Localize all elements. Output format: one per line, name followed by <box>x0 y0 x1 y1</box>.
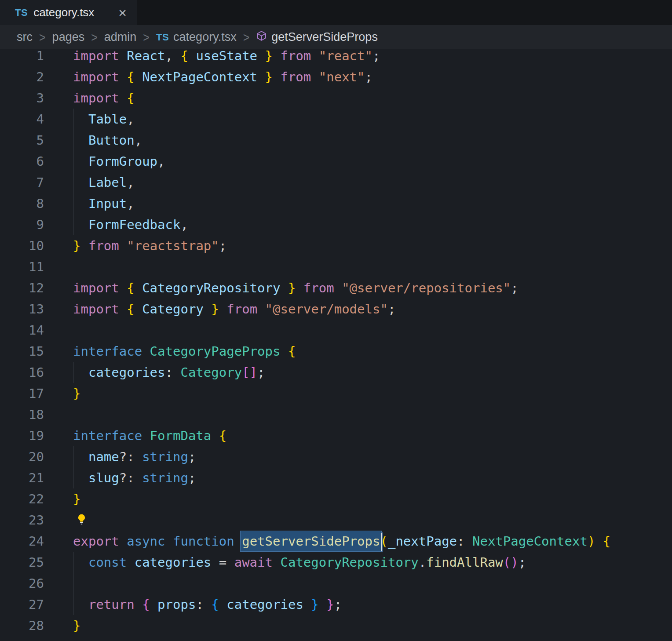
indent-guide <box>73 446 73 467</box>
chevron-right-icon: > <box>243 29 250 45</box>
line-number[interactable]: 22 <box>0 488 57 510</box>
code-token: Category <box>135 302 212 317</box>
line-number[interactable]: 17 <box>0 383 57 404</box>
code-line[interactable]: 23 <box>0 510 672 531</box>
code-token <box>73 597 88 612</box>
code-token: = <box>211 555 234 570</box>
breadcrumb-item-symbol[interactable]: getServerSideProps <box>256 30 378 44</box>
code-line[interactable]: 15interface CategoryPageProps { <box>0 341 672 362</box>
code-token: : <box>457 534 472 549</box>
line-number[interactable]: 10 <box>0 235 57 256</box>
code-line[interactable]: 17} <box>0 383 672 404</box>
breadcrumb-item-pages[interactable]: pages <box>52 30 85 44</box>
tab-category-tsx[interactable]: TS category.tsx × <box>0 0 137 25</box>
line-number[interactable]: 15 <box>0 341 57 362</box>
code-line[interactable]: 5 Button, <box>0 130 672 151</box>
code-token <box>80 238 88 253</box>
code-line[interactable]: 10} from "reactstrap"; <box>0 235 672 256</box>
code-line[interactable]: 3import { <box>0 87 672 109</box>
line-number[interactable]: 23 <box>0 510 57 531</box>
code-token: { <box>127 91 134 106</box>
code-line[interactable]: 9 FormFeedback, <box>0 214 672 235</box>
code-token: const <box>88 555 127 570</box>
code-token: ; <box>334 597 342 612</box>
code-token <box>119 69 127 84</box>
editor[interactable]: 1import React, { useState } from "react"… <box>0 49 672 641</box>
code-token: slug <box>73 470 119 485</box>
code-line[interactable]: 4 Table, <box>0 109 672 130</box>
code-line[interactable]: 1import React, { useState } from "react"… <box>0 49 672 66</box>
line-number[interactable]: 9 <box>0 214 57 235</box>
code-token: return <box>88 597 135 612</box>
code-line[interactable]: 6 FormGroup, <box>0 151 672 172</box>
code-line[interactable]: 13import { Category } from "@server/mode… <box>0 299 672 320</box>
line-number[interactable]: 20 <box>0 446 57 467</box>
code-token: Label <box>73 175 127 190</box>
line-number[interactable]: 5 <box>0 130 57 151</box>
code-line[interactable]: 20 name?: string; <box>0 446 672 467</box>
line-number[interactable]: 28 <box>0 615 57 636</box>
line-number[interactable]: 4 <box>0 109 57 130</box>
line-number[interactable]: 25 <box>0 552 57 573</box>
code-line[interactable]: 18 <box>0 404 672 425</box>
code-line[interactable]: 8 Input, <box>0 193 672 214</box>
code-token <box>135 597 142 612</box>
code-line[interactable]: 19interface FormData { <box>0 425 672 446</box>
line-number[interactable]: 19 <box>0 425 57 446</box>
code-token: "next" <box>319 69 365 84</box>
code-line[interactable]: 11 <box>0 256 672 277</box>
code-token: FormFeedback <box>73 217 180 232</box>
code-token: ; <box>373 49 380 63</box>
code-token: import <box>73 302 119 317</box>
code-line[interactable]: 12import { CategoryRepository } from "@s… <box>0 277 672 299</box>
code-line[interactable]: 26 <box>0 573 672 594</box>
code-line[interactable]: 28} <box>0 615 672 636</box>
code-line[interactable]: 24export async function getServerSidePro… <box>0 531 672 552</box>
code-line[interactable]: 25 const categories = await CategoryRepo… <box>0 552 672 573</box>
breadcrumb-file-label: category.tsx <box>173 30 237 44</box>
line-number[interactable]: 16 <box>0 362 57 383</box>
line-number[interactable]: 14 <box>0 320 57 341</box>
line-number[interactable]: 13 <box>0 299 57 320</box>
code-line[interactable]: 27 return { props: { categories } }; <box>0 594 672 615</box>
line-number[interactable]: 18 <box>0 404 57 425</box>
code-token: Category <box>180 365 242 380</box>
code-token: } <box>265 49 273 63</box>
lightbulb-icon[interactable] <box>76 510 88 532</box>
code-line[interactable]: 16 categories: Category[]; <box>0 362 672 383</box>
breadcrumb-item-admin[interactable]: admin <box>104 30 137 44</box>
code-token: { <box>288 344 296 359</box>
code-token: import <box>73 280 119 295</box>
code-token: export <box>73 534 119 549</box>
line-number[interactable]: 21 <box>0 467 57 488</box>
line-number[interactable]: 8 <box>0 193 57 214</box>
chevron-right-icon: > <box>39 29 46 45</box>
indent-guide <box>73 151 73 172</box>
close-icon[interactable]: × <box>117 6 128 20</box>
line-number[interactable]: 11 <box>0 256 57 277</box>
code-token: name <box>73 449 119 464</box>
code-token: NextPageContext <box>472 534 588 549</box>
code-token: ?: <box>119 470 142 485</box>
line-number[interactable]: 26 <box>0 573 57 594</box>
breadcrumb-item-file[interactable]: TS category.tsx <box>156 30 237 44</box>
line-number[interactable]: 1 <box>0 49 57 66</box>
line-number[interactable]: 24 <box>0 531 57 552</box>
line-number[interactable]: 7 <box>0 172 57 193</box>
line-number[interactable]: 6 <box>0 151 57 172</box>
line-number[interactable]: 3 <box>0 87 57 109</box>
line-number[interactable]: 2 <box>0 66 57 87</box>
breadcrumb-item-src[interactable]: src <box>17 30 33 44</box>
code-token: : <box>165 365 181 380</box>
code-line[interactable]: 22} <box>0 488 672 510</box>
code-line[interactable]: 21 slug?: string; <box>0 467 672 488</box>
line-number[interactable]: 12 <box>0 277 57 299</box>
code-token: import <box>73 91 119 106</box>
code-line[interactable]: 7 Label, <box>0 172 672 193</box>
code-line[interactable]: 14 <box>0 320 672 341</box>
highlighted-word: getServerSideProps <box>241 531 381 551</box>
code-token: , <box>127 175 134 190</box>
code-line[interactable]: 2import { NextPageContext } from "next"; <box>0 66 672 87</box>
line-number[interactable]: 27 <box>0 594 57 615</box>
code-token: ?: <box>119 449 142 464</box>
